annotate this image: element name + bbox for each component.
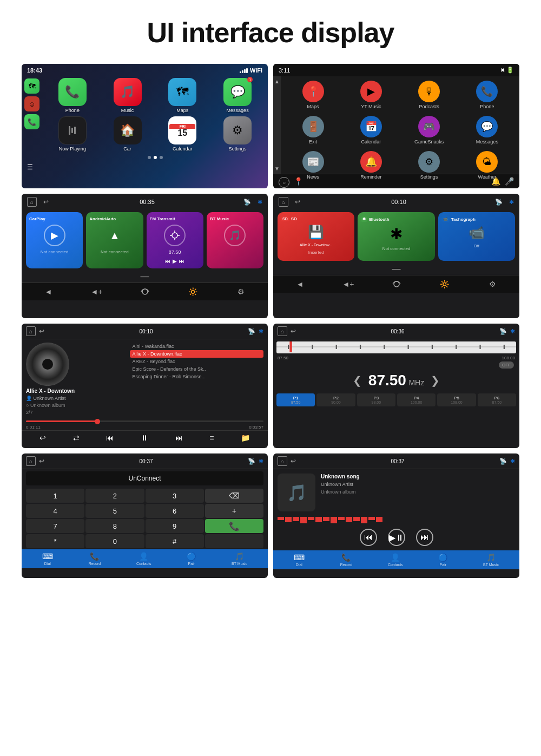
key-star[interactable]: *: [26, 534, 84, 548]
bt-next-btn[interactable]: ⏭: [416, 529, 433, 546]
bt-tab-record[interactable]: 📞 Record: [340, 553, 353, 567]
tab-dial[interactable]: ⌨ Dial: [42, 552, 53, 566]
key-6[interactable]: 6: [146, 504, 204, 518]
app-phone[interactable]: 📞 Phone: [47, 78, 98, 113]
app-now-playing[interactable]: Now Playing: [47, 116, 98, 152]
playlist-item-2[interactable]: Allie X - Downtown.flac: [130, 350, 263, 358]
prev-track-btn[interactable]: ⏮: [106, 433, 114, 442]
equalizer-btn[interactable]: ≡: [209, 433, 214, 442]
app-messages[interactable]: 💬1 Messages: [212, 78, 263, 113]
back-btn-8[interactable]: ↩: [291, 457, 296, 465]
aa-maps[interactable]: 📍 Maps: [285, 78, 341, 111]
vol-up-btn[interactable]: ◄+: [89, 286, 105, 298]
brightness-btn[interactable]: 🔆: [185, 286, 201, 298]
preset-p5[interactable]: P5 108.00: [437, 393, 476, 406]
key-8[interactable]: 8: [85, 519, 144, 533]
aa-ytmusic[interactable]: ▶ YT Music: [343, 78, 399, 111]
app-calendar[interactable]: FRI 15 Calendar: [157, 116, 209, 152]
card-tachograph[interactable]: 📹 Tachograph 📹 Off: [438, 212, 515, 261]
home-btn-5[interactable]: ⌂: [26, 326, 36, 336]
playlist-item-3[interactable]: AREZ - Beyond.flac: [130, 358, 263, 365]
shuffle-btn[interactable]: ⇄: [73, 433, 80, 442]
tab-bt-music[interactable]: 🎵 BT Music: [232, 552, 247, 566]
playlist-item-5[interactable]: Escaping Dinner - Rob Simonse...: [130, 373, 263, 380]
freq-down-btn[interactable]: ❮: [353, 374, 362, 387]
card-bluetooth[interactable]: ✱ Bluetooth ✱ Not connected: [358, 212, 434, 261]
bt-play-btn[interactable]: ▶⏸: [388, 529, 405, 546]
settings-btn[interactable]: ⚙: [233, 286, 249, 298]
card-sd[interactable]: SD SD 💾 Allie X - Downtow... Inserted: [278, 212, 354, 261]
home-btn-8[interactable]: ⌂: [278, 456, 287, 466]
pause-btn[interactable]: ⏸: [141, 433, 148, 442]
key-5[interactable]: 5: [85, 504, 144, 518]
sidebar-app2[interactable]: ☺: [24, 96, 39, 111]
tab-pair[interactable]: 🔵 Pair: [187, 552, 196, 566]
key-hash[interactable]: #: [146, 534, 204, 548]
back-music-btn[interactable]: ↩: [39, 433, 46, 442]
bt-prev-btn[interactable]: ⏮: [360, 529, 377, 546]
maps-bottom-icon[interactable]: 📍: [294, 177, 303, 188]
sidebar-phone[interactable]: 📞: [24, 114, 39, 129]
tab-record[interactable]: 📞 Record: [89, 552, 101, 566]
sidebar-maps[interactable]: 🗺: [24, 78, 39, 94]
aa-reminder[interactable]: 🔔 Reminder: [343, 149, 399, 182]
folder-btn[interactable]: 📁: [241, 433, 250, 442]
card-android[interactable]: AndroidAuto ▲ Not connected: [86, 212, 143, 268]
back-btn-4[interactable]: ↩: [293, 197, 302, 207]
play-btn[interactable]: ▶: [173, 258, 177, 264]
vol-up-4[interactable]: ◄+: [340, 278, 357, 290]
key-3[interactable]: 3: [146, 489, 204, 503]
home-btn-6[interactable]: ⌂: [278, 326, 287, 336]
home-btn-4[interactable]: ⌂: [279, 197, 288, 207]
menu-icon[interactable]: ☰: [27, 163, 33, 171]
back-btn-7[interactable]: ↩: [39, 457, 44, 465]
fm-toggle[interactable]: OFF: [499, 361, 514, 369]
aa-messages[interactable]: 💬 Messages: [459, 114, 515, 147]
bt-tab-pair[interactable]: 🔵 Pair: [438, 553, 447, 567]
preset-p3[interactable]: P3 98.00: [357, 393, 395, 406]
back-btn[interactable]: ↩: [41, 197, 51, 207]
progress-track[interactable]: [26, 420, 263, 422]
key-1[interactable]: 1: [26, 489, 84, 503]
aa-exit[interactable]: 🚪 Exit: [285, 114, 341, 147]
radio-btn-4[interactable]: [388, 278, 405, 290]
brightness-4[interactable]: 🔆: [437, 278, 453, 290]
back-btn-6[interactable]: ↩: [291, 327, 296, 335]
aa-phone[interactable]: 📞 Phone: [459, 78, 515, 111]
bt-tab-btmusic[interactable]: 🎵 BT Music: [483, 553, 499, 567]
key-9[interactable]: 9: [146, 519, 204, 533]
preset-p1[interactable]: P1 87.50: [276, 393, 315, 406]
key-7[interactable]: 7: [26, 519, 84, 533]
app-car[interactable]: 🏠 Car: [102, 116, 154, 152]
mic-icon[interactable]: 🎤: [505, 177, 514, 188]
home-circle-icon[interactable]: ○: [279, 177, 289, 188]
aa-settings[interactable]: ⚙ Settings: [401, 149, 457, 182]
freq-up-btn[interactable]: ❯: [431, 374, 440, 387]
app-settings[interactable]: ⚙ Settings: [212, 116, 263, 152]
scroll-bar[interactable]: ▲ ▼: [273, 76, 281, 174]
aa-gamesnacks[interactable]: 🎮 GameSnacks: [401, 114, 457, 147]
app-maps[interactable]: 🗺 Maps: [157, 78, 209, 113]
bt-tab-contacts[interactable]: 👤 Contacts: [388, 553, 403, 567]
radio-btn[interactable]: [137, 286, 153, 298]
next-btn[interactable]: ⏭: [179, 258, 184, 264]
next-track-btn[interactable]: ⏭: [175, 433, 183, 442]
vol-down-4[interactable]: ◄: [292, 278, 308, 290]
playlist-item-1[interactable]: Aini - Wakanda.flac: [130, 343, 263, 350]
key-del[interactable]: ⌫: [205, 489, 263, 503]
card-bt[interactable]: BT Music 🎵: [207, 212, 263, 268]
home-btn-7[interactable]: ⌂: [26, 456, 36, 466]
key-2[interactable]: 2: [85, 489, 144, 503]
vol-down-btn[interactable]: ◄: [41, 286, 57, 298]
prev-btn[interactable]: ⏮: [165, 258, 170, 264]
back-btn-5[interactable]: ↩: [39, 327, 44, 335]
aa-calendar[interactable]: 📅 Calendar: [343, 114, 399, 147]
preset-p2[interactable]: P2 90.00: [316, 393, 355, 406]
bell-icon[interactable]: 🔔: [491, 177, 500, 188]
tab-contacts[interactable]: 👤 Contacts: [136, 552, 151, 566]
preset-p6[interactable]: P6 87.50: [478, 393, 516, 406]
playlist-item-4[interactable]: Epic Score - Defenders of the Sk..: [130, 365, 263, 373]
key-call[interactable]: 📞: [205, 519, 263, 533]
key-4[interactable]: 4: [26, 504, 84, 518]
home-btn[interactable]: ⌂: [27, 197, 37, 207]
